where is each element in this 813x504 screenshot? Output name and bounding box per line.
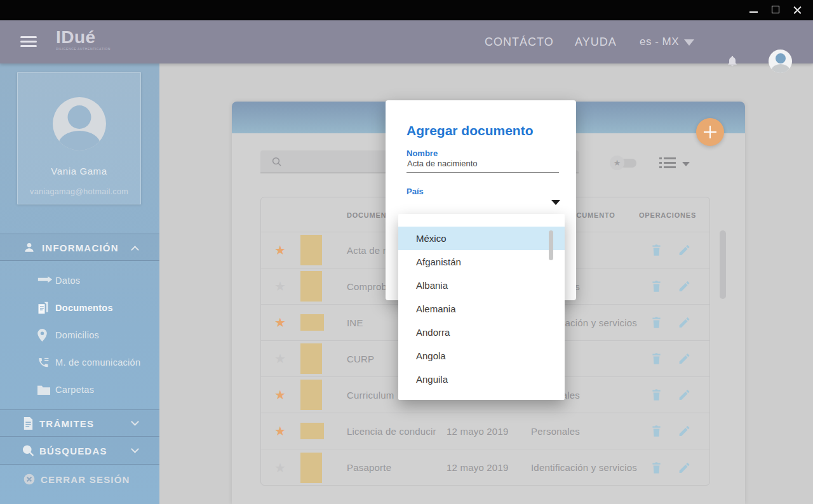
document-thumbnail	[300, 453, 322, 483]
profile-email: vaniagamag@hotmail.com	[18, 187, 140, 196]
star-icon[interactable]: ★	[272, 316, 288, 329]
document-thumbnail	[300, 271, 322, 302]
chevron-down-icon	[684, 39, 694, 46]
document-name: Licencia de conducir	[347, 413, 436, 449]
close-icon[interactable]	[786, 0, 808, 20]
country-option[interactable]: Andorra	[398, 321, 565, 344]
delete-icon[interactable]	[650, 352, 663, 366]
table-row: ★Pasaporte12 mayo 2019Identificación y s…	[261, 449, 709, 486]
sidebar-item-label: Datos	[55, 275, 80, 286]
country-option[interactable]: Albania	[398, 274, 565, 297]
edit-icon[interactable]	[678, 316, 691, 329]
delete-icon[interactable]	[650, 461, 663, 474]
delete-icon[interactable]	[650, 280, 663, 293]
location-pin-icon	[37, 329, 47, 342]
language-selector[interactable]: es - MX	[640, 20, 679, 63]
sidebar: Vania Gama vaniagamag@hotmail.com INFORM…	[0, 63, 159, 504]
country-dropdown: MéxicoAfganistánAlbaniaAlemaniaAndorraAn…	[398, 214, 565, 400]
app-bar: IDué DILIGENCE AUTHENTICATION CONTÁCTO A…	[0, 20, 813, 63]
pais-select[interactable]	[406, 193, 559, 209]
country-option[interactable]: Alemania	[398, 297, 565, 321]
document-name: INE	[347, 305, 363, 340]
document-date: 12 mayo 2019	[447, 449, 508, 486]
app-window: IDué DILIGENCE AUTHENTICATION CONTÁCTO A…	[0, 0, 813, 504]
sidebar-item-documentos[interactable]: Documentos	[0, 294, 159, 321]
star-icon[interactable]: ★	[272, 280, 288, 293]
bell-icon[interactable]	[726, 54, 739, 68]
edit-icon[interactable]	[678, 461, 691, 474]
app-logo: IDué DILIGENCE AUTHENTICATION	[56, 28, 111, 51]
delete-icon[interactable]	[650, 316, 663, 329]
profile-card: Vania Gama vaniagamag@hotmail.com	[17, 72, 141, 204]
document-name: Pasaporte	[347, 449, 391, 486]
nav-ayuda[interactable]: AYUDA	[575, 20, 617, 63]
sidebar-item-label: Domicilios	[55, 330, 99, 340]
person-icon	[23, 241, 36, 254]
chevron-down-icon	[131, 418, 139, 426]
phone-icon	[37, 356, 50, 368]
id-card-icon	[37, 276, 53, 285]
sidebar-section-informacion[interactable]: INFORMACIÓN	[0, 234, 159, 261]
edit-icon[interactable]	[678, 280, 691, 293]
dropdown-scrollbar-thumb[interactable]	[549, 230, 553, 260]
document-icon	[23, 417, 34, 430]
chevron-up-icon	[131, 246, 139, 254]
star-icon[interactable]: ★	[272, 388, 288, 401]
search-icon	[22, 444, 35, 458]
document-name: Curriculum	[347, 377, 394, 413]
star-icon[interactable]: ★	[272, 461, 288, 474]
chevron-down-icon	[131, 445, 139, 453]
logo-text: IDué	[56, 28, 111, 47]
document-thumbnail	[300, 343, 322, 374]
delete-icon[interactable]	[650, 244, 663, 257]
logo-subtext: DILIGENCE AUTHENTICATION	[56, 47, 111, 51]
sidebar-item-datos[interactable]: Datos	[0, 267, 159, 294]
sidebar-item-label: Documentos	[55, 303, 113, 313]
edit-icon[interactable]	[678, 425, 691, 438]
sidebar-item-label: Carpetas	[55, 385, 94, 395]
country-options: MéxicoAfganistánAlbaniaAlemaniaAndorraAn…	[398, 227, 565, 391]
sidebar-item-label: M. de comunicación	[55, 357, 140, 368]
logout-button[interactable]: CERRAR SESIÓN	[0, 465, 159, 493]
scrollbar-thumb[interactable]	[720, 230, 726, 299]
folder-icon	[37, 385, 50, 395]
profile-avatar	[53, 97, 106, 150]
country-option[interactable]: Afganistán	[398, 250, 565, 274]
list-view-selector[interactable]	[659, 157, 691, 171]
country-option[interactable]: Angola	[398, 344, 565, 368]
nombre-input[interactable]	[407, 156, 560, 170]
sidebar-item-m-de-comunicaci-n[interactable]: M. de comunicación	[0, 348, 159, 376]
country-option[interactable]: México	[398, 227, 565, 250]
country-option[interactable]: Anguila	[398, 368, 565, 391]
star-icon[interactable]: ★	[272, 244, 288, 256]
column-header-operaciones: OPERACIONES	[639, 197, 696, 232]
delete-icon[interactable]	[650, 425, 663, 438]
document-thumbnail	[300, 314, 324, 331]
document-type: Identificación y servicios	[531, 449, 637, 486]
document-thumbnail	[300, 380, 322, 410]
edit-icon[interactable]	[678, 388, 691, 402]
star-filter-toggle[interactable]: ★	[610, 156, 639, 171]
document-type: Personales	[531, 413, 580, 449]
sidebar-item-carpetas[interactable]: Carpetas	[0, 376, 159, 403]
add-document-button[interactable]	[696, 118, 724, 146]
star-icon[interactable]: ★	[272, 425, 288, 437]
document-name: CURP	[347, 341, 374, 376]
document-thumbnail	[300, 235, 322, 265]
document-thumbnail	[300, 423, 324, 439]
maximize-icon[interactable]	[765, 0, 786, 20]
star-icon[interactable]: ★	[272, 352, 288, 365]
delete-icon[interactable]	[650, 388, 663, 402]
sidebar-menu: DatosDocumentosDomiciliosM. de comunicac…	[0, 267, 159, 403]
edit-icon[interactable]	[678, 244, 691, 257]
chevron-down-icon	[551, 200, 560, 205]
user-avatar[interactable]	[769, 50, 792, 73]
nav-contacto[interactable]: CONTÁCTO	[485, 20, 554, 63]
sidebar-section-busquedas[interactable]: BÚSQUEDAS	[0, 437, 159, 465]
minimize-icon[interactable]	[743, 0, 765, 20]
edit-icon[interactable]	[678, 352, 691, 366]
sidebar-item-domicilios[interactable]: Domicilios	[0, 321, 159, 348]
sidebar-section-tramites[interactable]: TRÁMITES	[0, 409, 159, 437]
input-underline	[406, 172, 559, 173]
hamburger-icon[interactable]	[20, 36, 37, 48]
